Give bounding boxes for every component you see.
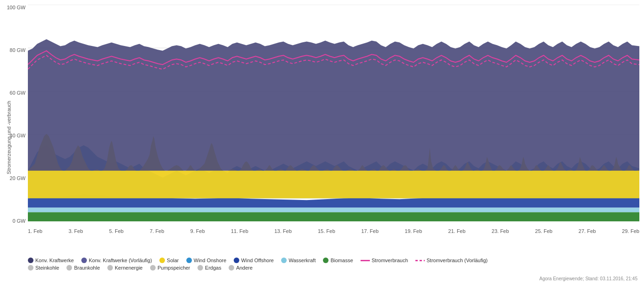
legend-erdgas: Erdgas (197, 265, 221, 271)
biomasse-area (28, 212, 639, 221)
braunkohle-label: Braunkohle (74, 265, 100, 271)
chart-container: 100 GW 80 GW 60 GW 40 GW 20 GW 0 GW Stro… (0, 0, 644, 284)
legend-braunkohle: Braunkohle (66, 265, 100, 271)
y-label-100: 100 GW (5, 5, 26, 10)
legend-wind-onshore: Wind Onshore (186, 258, 226, 263)
x-label-17feb: 17. Feb (361, 228, 379, 234)
main-chart-svg (28, 5, 639, 221)
solar-label: Solar (167, 258, 179, 263)
kernenergie-label: Kernenergie (115, 265, 143, 271)
legend-row-1: Konv. Kraftwerke Konv. Kraftwerke (Vorlä… (28, 258, 639, 263)
legend-container: Konv. Kraftwerke Konv. Kraftwerke (Vorlä… (28, 258, 639, 272)
legend-solar: Solar (159, 258, 179, 263)
biomasse-dot (323, 258, 329, 263)
x-label-27feb: 27. Feb (578, 228, 596, 234)
legend-wind-offshore: Wind Offshore (234, 258, 274, 263)
solar-dot (159, 258, 165, 263)
x-label-25feb: 25. Feb (535, 228, 552, 234)
legend-andere: Andere (229, 265, 252, 271)
y-label-80: 80 GW (5, 47, 26, 53)
wasserkraft-dot (281, 258, 287, 263)
steinkohle-label: Steinkohle (35, 265, 59, 271)
x-label-29feb: 29. Feb (622, 228, 639, 234)
andere-dot (229, 265, 234, 271)
legend-steinkohle: Steinkohle (28, 265, 59, 271)
wasserkraft-area (28, 207, 639, 212)
konv-vorl-label: Konv. Kraftwerke (Vorläufig) (89, 258, 152, 263)
andere-label: Andere (236, 265, 252, 271)
stromverbrauch-label: Stromverbrauch (372, 258, 408, 263)
legend-konv: Konv. Kraftwerke (28, 258, 74, 263)
x-label-11feb: 11. Feb (231, 228, 248, 234)
legend-biomasse: Biomasse (323, 258, 353, 263)
legend-kernenergie: Kernenergie (107, 265, 143, 271)
konv-dot (28, 258, 33, 263)
y-axis-title: Stromerzeugung und -verbrauch (6, 56, 12, 219)
x-label-15feb: 15. Feb (318, 228, 335, 234)
stromverbrauch-vorl-label: Stromverbrauch (Vorläufig) (427, 258, 487, 263)
steinkohle-dot (28, 265, 33, 271)
legend-stromverbrauch: Stromverbrauch (361, 258, 408, 263)
erdgas-dot (197, 265, 203, 271)
pumpspeicher-label: Pumpspeicher (158, 265, 190, 271)
legend-pumpspeicher: Pumpspeicher (150, 265, 190, 271)
x-label-19feb: 19. Feb (405, 228, 422, 234)
x-label-21feb: 21. Feb (448, 228, 466, 234)
wasserkraft-label: Wasserkraft (289, 258, 315, 263)
kernenergie-dot (107, 265, 113, 271)
wind-onshore-label: Wind Onshore (194, 258, 226, 263)
stromverbrauch-vorl-line-icon (415, 260, 425, 261)
stromverbrauch-line-icon (361, 260, 370, 261)
erdgas-label: Erdgas (205, 265, 221, 271)
x-axis-labels: 1. Feb 3. Feb 5. Feb 7. Feb 9. Feb 11. F… (28, 228, 639, 234)
x-label-7feb: 7. Feb (150, 228, 164, 234)
braunkohle-dot (66, 265, 72, 271)
x-label-9feb: 9. Feb (191, 228, 205, 234)
pumpspeicher-dot (150, 265, 156, 271)
x-label-3feb: 3. Feb (68, 228, 83, 234)
x-label-23feb: 23. Feb (492, 228, 509, 234)
footer-note: Agora Energiewende; Stand: 03.11.2016, 2… (539, 276, 637, 281)
biomasse-label: Biomasse (330, 258, 353, 263)
x-label-13feb: 13. Feb (274, 228, 291, 234)
legend-wasserkraft: Wasserkraft (281, 258, 315, 263)
konv-label: Konv. Kraftwerke (35, 258, 74, 263)
x-label-1feb: 1. Feb (28, 228, 42, 234)
legend-konv-vorl: Konv. Kraftwerke (Vorläufig) (81, 258, 152, 263)
konv-vorl-dot (81, 258, 87, 263)
wind-offshore-dot (234, 258, 239, 263)
legend-row-2: Steinkohle Braunkohle Kernenergie Pumpsp… (28, 265, 639, 271)
legend-stromverbrauch-vorl: Stromverbrauch (Vorläufig) (415, 258, 487, 263)
wind-offshore-label: Wind Offshore (241, 258, 274, 263)
wind-onshore-dot (186, 258, 192, 263)
x-label-5feb: 5. Feb (109, 228, 124, 234)
